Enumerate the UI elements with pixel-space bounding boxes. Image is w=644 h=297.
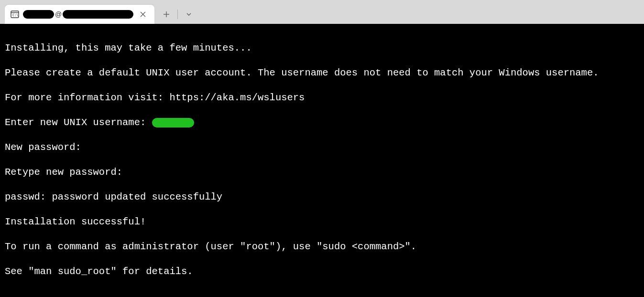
terminal-line: Enter new UNIX username: [5,117,639,129]
terminal-line: To run a command as administrator (user … [5,241,639,253]
tab-actions [158,5,197,24]
new-tab-button[interactable] [158,6,175,22]
tab-divider [177,10,178,19]
terminal-line: Retype new password: [5,166,639,179]
terminal-line: Installation successful! [5,216,639,228]
tab-dropdown-button[interactable] [181,6,197,22]
tab-title: @ [23,10,133,19]
terminal-line: For more information visit: https://aka.… [5,92,639,104]
terminal-line: New password: [5,141,639,154]
redacted-unix-username [152,118,194,127]
terminal-line: See "man sudo_root" for details. [5,265,639,278]
tab-active[interactable]: C:\ @ [5,5,154,24]
close-tab-button[interactable] [137,9,149,20]
svg-text:C:\: C:\ [12,13,19,17]
terminal-line: Please create a default UNIX user accoun… [5,67,639,79]
terminal-line: passwd: password updated successfully [5,191,639,203]
terminal-body[interactable]: Installing, this may take a few minutes.… [0,24,644,297]
terminal-line: Installing, this may take a few minutes.… [5,42,639,54]
redacted-hostname [63,10,133,19]
username-prompt-label: Enter new UNIX username: [5,117,152,128]
redacted-username [23,10,54,19]
tab-at-symbol: @ [55,11,62,18]
terminal-icon: C:\ [11,11,19,18]
tab-bar: C:\ @ [0,0,644,24]
